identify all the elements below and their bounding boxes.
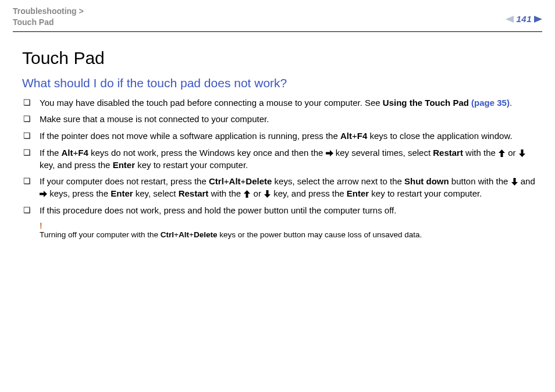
arrow-down-icon [264,190,271,198]
svg-marker-5 [499,149,505,153]
list-item: If the Alt+F4 keys do not work, press th… [22,147,541,171]
list-item: Make sure that a mouse is not connected … [22,113,541,126]
arrow-up-icon [243,190,251,198]
svg-rect-6 [521,149,523,154]
svg-marker-7 [519,154,525,157]
list-item: If your computer does not restart, press… [22,176,541,199]
svg-marker-1 [534,16,542,23]
arrow-up-icon [498,149,506,157]
next-page-icon[interactable] [534,16,542,23]
page-nav: 141 [506,6,542,24]
breadcrumb-line-1[interactable]: Troubleshooting > [13,6,84,16]
arrow-right-icon [326,149,333,157]
svg-marker-0 [506,16,514,23]
bullet-list: You may have disabled the touch pad befo… [22,97,541,217]
warning-note: ! Turning off your computer with the Ctr… [22,221,541,239]
svg-marker-9 [511,182,518,186]
breadcrumb-line-2[interactable]: Touch Pad [13,17,54,27]
arrow-right-icon [40,190,47,198]
svg-marker-15 [264,194,271,198]
svg-marker-13 [244,190,250,194]
content-area: Touch Pad What should I do if the touch … [13,48,542,240]
list-item: If this procedure does not work, press a… [22,205,541,217]
arrow-down-icon [518,149,526,157]
breadcrumb: Troubleshooting > Touch Pad [13,6,84,28]
list-item: You may have disabled the touch pad befo… [22,97,541,109]
svg-rect-12 [246,194,248,198]
svg-rect-8 [513,178,515,182]
warning-icon: ! [40,221,541,230]
prev-page-icon[interactable] [506,16,514,23]
page-title: Touch Pad [22,48,541,68]
section-heading: What should I do if the touch pad does n… [22,76,541,90]
page: Troubleshooting > Touch Pad 141 Touch Pa… [0,0,555,239]
svg-rect-14 [266,190,269,194]
svg-rect-4 [500,153,503,157]
page-link[interactable]: (page 35) [471,98,510,108]
page-number: 141 [516,14,532,24]
svg-rect-2 [326,152,330,154]
page-header: Troubleshooting > Touch Pad 141 [13,6,542,32]
arrow-down-icon [511,178,518,186]
svg-rect-10 [40,193,44,195]
list-item: If the pointer does not move while a sof… [22,130,541,142]
